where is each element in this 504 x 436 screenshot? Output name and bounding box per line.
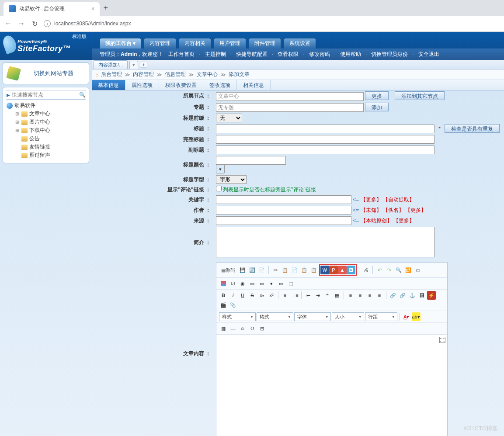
menu-settings[interactable]: 系统设置 [284,38,316,48]
url-box[interactable]: i localhost:8085/Admin/index.aspx [44,20,500,27]
upload-image-icon[interactable]: 🖼 [347,266,355,274]
source-more-link[interactable]: 【更多】 [393,218,414,224]
site-info-icon[interactable]: i [44,20,51,27]
textcolor-icon[interactable]: A▾ [402,312,411,321]
format-combo[interactable]: 格式▼ [257,312,293,321]
tab-sign[interactable]: 签收选项 [203,80,237,90]
link-help[interactable]: 使用帮助 [340,51,361,58]
menu-workbench[interactable]: 我的工作台 ▾ [100,38,141,48]
attach-icon[interactable]: 📎 [229,301,237,309]
table-icon[interactable]: ▦ [219,324,228,333]
tree-node-links[interactable]: 友情链接 [14,143,86,151]
link-logout[interactable]: 安全退出 [418,51,439,58]
maximize-icon[interactable]: ⛶ [439,337,445,343]
menu-user[interactable]: 用户管理 [214,38,246,48]
reload-icon[interactable]: ↻ [31,20,38,28]
selectall-icon[interactable]: ▭ [414,266,422,274]
menu-content[interactable]: 内容管理 [144,38,176,48]
special-char-icon[interactable]: Ω [248,324,257,333]
hidden-icon[interactable]: ⬚ [286,279,295,288]
anchor-icon[interactable]: ⚓ [408,291,417,300]
kw-auto-link[interactable]: 【自动提取】 [383,197,414,203]
crumb-1[interactable]: 内容管理 [133,71,154,78]
tree-node-announce[interactable]: 公告 [14,135,86,143]
menu-attach[interactable]: 附件管理 [249,38,281,48]
link-quicknav[interactable]: 快捷导航配置 [236,51,268,58]
bold-icon[interactable]: B [219,291,228,300]
newdoc-icon[interactable]: 📄 [257,266,266,274]
form-icon[interactable] [219,279,228,288]
author-anon-link[interactable]: 【佚名】 [383,207,404,213]
link-passwd[interactable]: 修改密码 [309,51,330,58]
link-wb-home[interactable]: 工作台首页 [168,51,195,58]
lineheight-combo[interactable]: 行距▼ [365,312,397,321]
tab-related[interactable]: 相关信息 [237,80,271,90]
button-icon[interactable]: ▭ [277,279,285,288]
undo-icon[interactable]: ↶ [375,266,384,274]
crumb-0[interactable]: 后台管理 [101,71,122,78]
align-left-icon[interactable]: ≡ [346,291,355,300]
pagebreak-icon[interactable]: ⊟ [257,324,266,333]
check-duplicate-button[interactable]: 检查是否具有重复 [445,124,500,133]
align-justify-icon[interactable]: ≡ [375,291,384,300]
hr-icon[interactable]: — [229,324,237,333]
align-right-icon[interactable]: ≡ [365,291,374,300]
editor-content-area[interactable]: ⛶ [216,335,447,436]
refresh-icon[interactable]: 🔄 [248,266,257,274]
bgcolor-icon[interactable]: ab▾ [412,312,421,321]
tree-root[interactable]: 动易软件 [7,101,86,110]
switch-title[interactable]: 切换到网站专题 [22,69,84,77]
sup-icon[interactable]: x² [267,291,276,300]
print-icon[interactable]: 🖨 [361,266,370,274]
change-node-button[interactable]: 更换 [365,91,389,100]
upload-ppt-icon[interactable]: P [329,266,338,274]
indent-icon[interactable]: ⇥ [313,291,322,300]
italic-icon[interactable]: I [229,291,237,300]
back-icon[interactable]: ← [4,20,12,28]
cut-icon[interactable]: ✂ [271,266,280,274]
paste-icon[interactable]: 📄 [290,266,299,274]
flash-icon[interactable]: ⚡ [427,291,436,300]
find-icon[interactable]: 🔍 [394,266,403,274]
media-icon[interactable]: 🎬 [219,301,228,309]
forward-icon[interactable]: → [17,20,25,28]
titlecolor-input[interactable] [216,156,286,165]
menu-related[interactable]: 内容相关 [179,38,211,48]
fulltitle-input[interactable] [216,135,434,144]
link-perm[interactable]: 查看权限 [278,51,299,58]
author-unknown-link[interactable]: 【未知】 [361,207,382,213]
redo-icon[interactable]: ↷ [385,266,393,274]
keyword-input[interactable] [216,195,351,204]
paste-word-icon[interactable]: 📋 [309,266,318,274]
search-expand-icon[interactable]: ▶ [6,93,10,97]
prefix-select[interactable]: 无 [216,114,242,122]
image-icon[interactable]: 🖼 [417,291,426,300]
search-icon[interactable]: 🔍 [79,92,86,98]
tree-node-article[interactable]: ⊞文章中心 [14,110,86,118]
quote-icon[interactable]: ❝ [323,291,332,300]
radio-icon[interactable]: ◉ [238,279,247,288]
replace-icon[interactable]: 🔁 [404,266,413,274]
textfield-icon[interactable]: ▭ [248,279,257,288]
link-theme[interactable]: 主题控制 [205,51,226,58]
div-icon[interactable]: ▦ [333,291,341,300]
crumb-3[interactable]: 文章中心 [197,71,218,78]
tab-basic[interactable]: 基本信息 [92,80,125,90]
source-orig-link[interactable]: 【本站原创】 [361,218,392,224]
ul-icon[interactable]: ⋮≡ [290,291,299,300]
home-icon[interactable]: ⌂ [95,72,98,78]
add-to-other-node-button[interactable]: 添加到其它节点 [395,91,445,100]
paste-text-icon[interactable]: 📋 [300,266,309,274]
style-combo[interactable]: 样式▼ [219,312,256,321]
font-combo[interactable]: 字体▼ [294,312,331,321]
textarea-icon[interactable]: ▭ [257,279,266,288]
underline-icon[interactable]: U [238,291,247,300]
align-center-icon[interactable]: ≡ [356,291,365,300]
subtitle-input[interactable] [216,145,434,154]
crumb-2[interactable]: 信息管理 [165,71,186,78]
tab-perm[interactable]: 权限收费设置 [159,80,203,90]
strike-icon[interactable]: S [248,291,257,300]
save-icon[interactable]: 💾 [238,266,247,274]
copy-icon[interactable]: 📋 [281,266,289,274]
close-tab-icon[interactable]: × [91,6,94,12]
